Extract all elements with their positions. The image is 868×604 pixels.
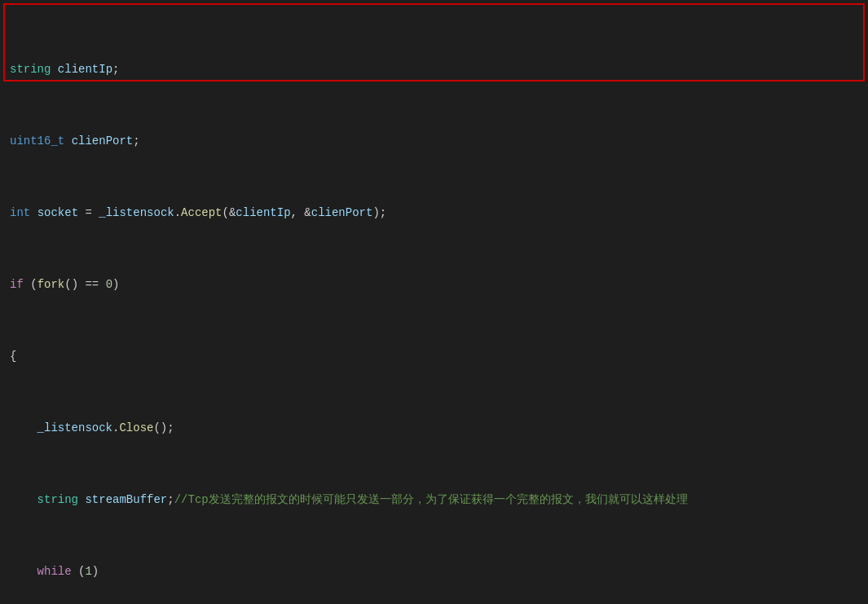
code-line-5: { — [10, 347, 858, 365]
code-line-1: string clientIp; — [10, 60, 858, 78]
code-line-3: int socket = _listensock.Accept(&clientI… — [10, 204, 858, 222]
code-container: string clientIp; uint16_t clienPort; int… — [0, 0, 868, 604]
code-line-2: uint16_t clienPort; — [10, 132, 858, 150]
code-block: string clientIp; uint16_t clienPort; int… — [10, 7, 858, 604]
code-line-6: _listensock.Close(); — [10, 419, 858, 437]
code-line-8: while (1) — [10, 562, 858, 580]
code-line-4: if (fork() == 0) — [10, 276, 858, 293]
code-line-7: string streamBuffer;//Tcp发送完整的报文的时候可能只发送… — [10, 491, 858, 509]
